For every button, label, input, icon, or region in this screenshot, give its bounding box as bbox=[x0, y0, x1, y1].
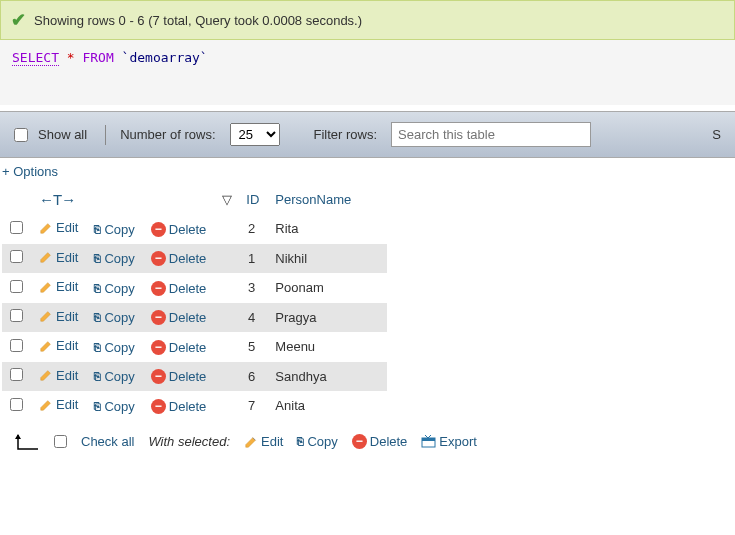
cell-personname: Anita bbox=[267, 391, 387, 421]
num-rows-select[interactable]: 25 bbox=[230, 123, 280, 146]
delete-icon: − bbox=[151, 222, 166, 237]
row-copy-button[interactable]: ⎘Copy bbox=[94, 310, 134, 325]
row-edit-label: Edit bbox=[56, 220, 78, 235]
row-copy-label: Copy bbox=[104, 369, 134, 384]
pencil-icon bbox=[39, 368, 53, 382]
row-edit-button[interactable]: Edit bbox=[39, 250, 78, 265]
pencil-icon bbox=[39, 309, 53, 323]
copy-icon: ⎘ bbox=[94, 370, 101, 383]
row-delete-button[interactable]: −Delete bbox=[151, 399, 207, 414]
row-delete-label: Delete bbox=[169, 310, 207, 325]
row-copy-label: Copy bbox=[104, 222, 134, 237]
sql-star: * bbox=[67, 50, 75, 65]
query-box: SELECT * FROM `demoarray` bbox=[0, 40, 735, 105]
row-delete-label: Delete bbox=[169, 340, 207, 355]
delete-icon: − bbox=[151, 251, 166, 266]
row-checkbox[interactable] bbox=[10, 250, 23, 263]
row-delete-button[interactable]: −Delete bbox=[151, 369, 207, 384]
row-edit-button[interactable]: Edit bbox=[39, 220, 78, 235]
row-edit-button[interactable]: Edit bbox=[39, 279, 78, 294]
bulk-edit-button[interactable]: Edit bbox=[244, 434, 283, 449]
success-bar: ✔ Showing rows 0 - 6 (7 total, Query too… bbox=[0, 0, 735, 40]
bulk-copy-button[interactable]: ⎘ Copy bbox=[297, 434, 337, 449]
table-row: Edit⎘Copy−Delete7Anita bbox=[2, 391, 387, 421]
bulk-actions-bar: Check all With selected: Edit ⎘ Copy − D… bbox=[0, 421, 735, 463]
export-icon bbox=[421, 435, 436, 448]
svg-rect-1 bbox=[422, 438, 435, 441]
row-checkbox[interactable] bbox=[10, 309, 23, 322]
column-header-personname[interactable]: PersonName bbox=[267, 185, 387, 214]
row-checkbox[interactable] bbox=[10, 398, 23, 411]
row-copy-label: Copy bbox=[104, 251, 134, 266]
cell-id: 5 bbox=[238, 332, 267, 362]
pencil-icon bbox=[39, 250, 53, 264]
row-delete-label: Delete bbox=[169, 281, 207, 296]
column-header-id[interactable]: ID bbox=[238, 185, 267, 214]
bulk-delete-button[interactable]: − Delete bbox=[352, 434, 408, 449]
sql-select-keyword: SELECT bbox=[12, 50, 59, 66]
cell-personname: Nikhil bbox=[267, 244, 387, 274]
check-all-link[interactable]: Check all bbox=[81, 434, 134, 449]
row-copy-button[interactable]: ⎘Copy bbox=[94, 251, 134, 266]
row-delete-button[interactable]: −Delete bbox=[151, 340, 207, 355]
filter-rows-input[interactable] bbox=[391, 122, 591, 147]
sort-caret-icon[interactable]: ▽ bbox=[222, 192, 232, 207]
cell-id: 4 bbox=[238, 303, 267, 333]
row-delete-label: Delete bbox=[169, 399, 207, 414]
row-edit-button[interactable]: Edit bbox=[39, 397, 78, 412]
sort-letter: S bbox=[712, 127, 721, 142]
pencil-icon bbox=[39, 221, 53, 235]
num-rows-label: Number of rows: bbox=[120, 127, 215, 142]
with-selected-label: With selected: bbox=[148, 434, 230, 449]
cell-personname: Rita bbox=[267, 214, 387, 244]
row-delete-button[interactable]: −Delete bbox=[151, 281, 207, 296]
table-row: Edit⎘Copy−Delete2Rita bbox=[2, 214, 387, 244]
table-row: Edit⎘Copy−Delete5Meenu bbox=[2, 332, 387, 362]
row-copy-label: Copy bbox=[104, 399, 134, 414]
filter-rows-label: Filter rows: bbox=[314, 127, 378, 142]
bulk-export-button[interactable]: Export bbox=[421, 434, 477, 449]
results-toolbar: Show all Number of rows: 25 Filter rows:… bbox=[0, 111, 735, 158]
row-edit-label: Edit bbox=[56, 338, 78, 353]
row-edit-button[interactable]: Edit bbox=[39, 309, 78, 324]
results-table: ←T→ ▽ ID PersonName Edit⎘Copy−Delete2Rit… bbox=[2, 185, 387, 421]
row-copy-button[interactable]: ⎘Copy bbox=[94, 369, 134, 384]
row-checkbox[interactable] bbox=[10, 221, 23, 234]
row-edit-button[interactable]: Edit bbox=[39, 368, 78, 383]
row-delete-button[interactable]: −Delete bbox=[151, 251, 207, 266]
cell-personname: Poonam bbox=[267, 273, 387, 303]
delete-icon: − bbox=[352, 434, 367, 449]
cell-id: 2 bbox=[238, 214, 267, 244]
row-copy-label: Copy bbox=[104, 340, 134, 355]
check-icon: ✔ bbox=[11, 9, 26, 31]
row-edit-label: Edit bbox=[56, 250, 78, 265]
pencil-icon bbox=[39, 339, 53, 353]
check-all-checkbox[interactable] bbox=[54, 435, 67, 448]
row-checkbox[interactable] bbox=[10, 280, 23, 293]
show-all-label: Show all bbox=[38, 127, 87, 142]
cell-id: 1 bbox=[238, 244, 267, 274]
pencil-icon bbox=[39, 280, 53, 294]
sort-arrows-icon[interactable]: ←T→ bbox=[39, 191, 75, 208]
row-edit-label: Edit bbox=[56, 279, 78, 294]
row-checkbox[interactable] bbox=[10, 368, 23, 381]
row-delete-button[interactable]: −Delete bbox=[151, 310, 207, 325]
row-copy-button[interactable]: ⎘Copy bbox=[94, 340, 134, 355]
copy-icon: ⎘ bbox=[94, 311, 101, 324]
row-delete-button[interactable]: −Delete bbox=[151, 222, 207, 237]
cell-personname: Sandhya bbox=[267, 362, 387, 392]
bulk-copy-label: Copy bbox=[307, 434, 337, 449]
delete-icon: − bbox=[151, 369, 166, 384]
row-copy-button[interactable]: ⎘Copy bbox=[94, 281, 134, 296]
bulk-export-label: Export bbox=[439, 434, 477, 449]
options-link[interactable]: + Options bbox=[0, 158, 735, 185]
row-copy-button[interactable]: ⎘Copy bbox=[94, 399, 134, 414]
cell-id: 7 bbox=[238, 391, 267, 421]
show-all-checkbox[interactable] bbox=[14, 128, 28, 142]
row-edit-button[interactable]: Edit bbox=[39, 338, 78, 353]
row-checkbox[interactable] bbox=[10, 339, 23, 352]
delete-icon: − bbox=[151, 281, 166, 296]
copy-icon: ⎘ bbox=[94, 282, 101, 295]
row-copy-button[interactable]: ⎘Copy bbox=[94, 222, 134, 237]
row-delete-label: Delete bbox=[169, 222, 207, 237]
